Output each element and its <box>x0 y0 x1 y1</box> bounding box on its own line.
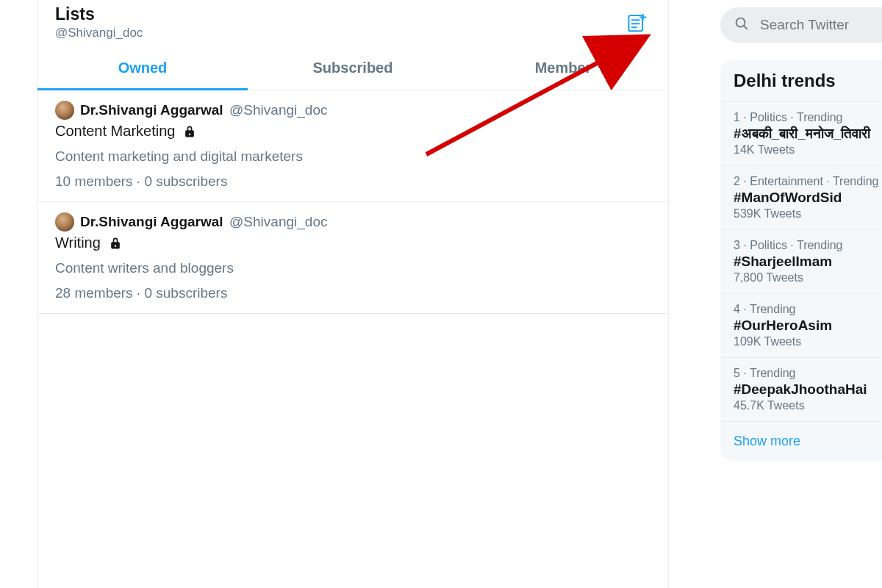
list-author-handle: @Shivangi_doc <box>229 214 327 229</box>
trend-meta: 1 · Politics · Trending <box>734 111 882 124</box>
list-title: Content Marketing <box>55 123 175 140</box>
tab-member[interactable]: Member <box>458 46 668 90</box>
trend-meta: 4 · Trending <box>734 303 882 316</box>
svg-line-7 <box>744 26 747 29</box>
trend-name: #DeepakJhoothaHai <box>734 381 882 398</box>
trend-count: 109K Tweets <box>734 335 882 348</box>
create-list-button[interactable] <box>624 12 649 37</box>
trend-item[interactable]: 3 · Politics · Trending #SharjeelImam 7,… <box>720 230 882 294</box>
trend-meta: 2 · Entertainment · Trending <box>734 175 882 188</box>
trends-panel: Delhi trends 1 · Politics · Trending #अब… <box>720 60 882 461</box>
trend-count: 7,800 Tweets <box>734 271 882 284</box>
trend-meta: 3 · Politics · Trending <box>734 239 882 252</box>
list-title: Writing <box>55 234 101 251</box>
lists-header: Lists @Shivangi_doc <box>37 0 668 46</box>
list-item[interactable]: Dr.Shivangi Aggarwal @Shivangi_doc Conte… <box>37 90 668 202</box>
search-icon <box>734 15 750 35</box>
tab-subscribed[interactable]: Subscribed <box>248 46 458 90</box>
trend-item[interactable]: 2 · Entertainment · Trending #ManOfWordS… <box>720 166 882 230</box>
trend-item[interactable]: 5 · Trending #DeepakJhoothaHai 45.7K Twe… <box>720 358 882 422</box>
avatar <box>55 212 74 232</box>
page-title: Lists <box>55 4 143 24</box>
avatar <box>55 101 74 120</box>
tab-owned[interactable]: Owned <box>37 46 248 90</box>
search-input[interactable] <box>760 17 882 33</box>
trend-name: #ManOfWordSid <box>734 190 882 206</box>
page-handle: @Shivangi_doc <box>55 26 143 40</box>
trend-item[interactable]: 4 · Trending #OurHeroAsim 109K Tweets <box>720 294 882 358</box>
lock-icon <box>182 124 197 139</box>
trends-title: Delhi trends <box>720 60 882 102</box>
trend-item[interactable]: 1 · Politics · Trending #अबकी_बारी_मनोज_… <box>720 102 882 166</box>
right-sidebar: Delhi trends 1 · Politics · Trending #अब… <box>706 0 882 588</box>
lists-tabs: Owned Subscribed Member <box>37 46 668 90</box>
list-item[interactable]: Dr.Shivangi Aggarwal @Shivangi_doc Writi… <box>37 202 668 314</box>
list-description: Content marketing and digital marketers <box>55 148 650 165</box>
lists-panel: Lists @Shivangi_doc <box>37 0 669 588</box>
search-box[interactable] <box>720 7 882 43</box>
trend-count: 45.7K Tweets <box>734 399 882 412</box>
trend-name: #OurHeroAsim <box>734 318 882 334</box>
trend-count: 14K Tweets <box>734 143 882 157</box>
trend-count: 539K Tweets <box>734 207 882 220</box>
list-author-name: Dr.Shivangi Aggarwal <box>80 214 223 229</box>
trend-name: #अबकी_बारी_मनोज_तिवारी <box>734 126 882 142</box>
list-stats: 10 members · 0 subscribers <box>55 173 650 190</box>
trend-name: #SharjeelImam <box>734 254 882 270</box>
list-author-name: Dr.Shivangi Aggarwal <box>80 102 223 118</box>
list-stats: 28 members · 0 subscribers <box>55 285 650 301</box>
list-description: Content writers and bloggers <box>55 260 650 276</box>
create-list-icon <box>625 12 648 37</box>
show-more-link[interactable]: Show more <box>720 422 882 461</box>
list-author-handle: @Shivangi_doc <box>229 102 327 118</box>
trend-meta: 5 · Trending <box>734 367 882 380</box>
lock-icon <box>108 236 123 251</box>
